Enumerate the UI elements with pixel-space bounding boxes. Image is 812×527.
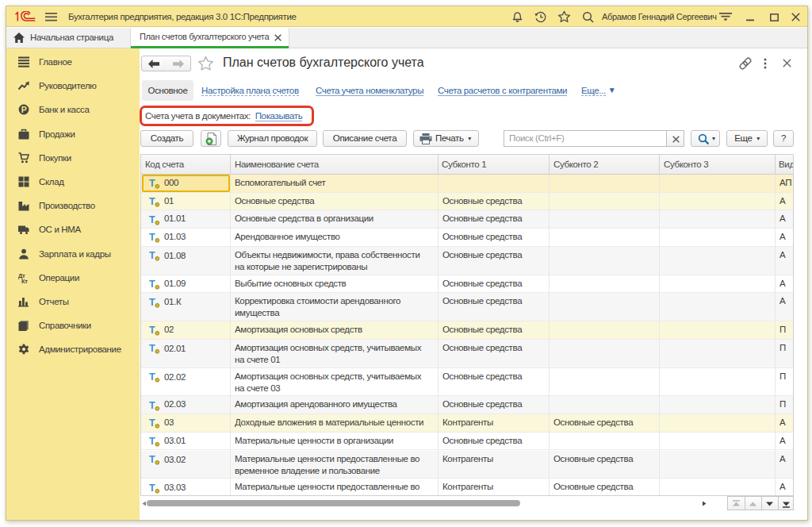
svg-text:Т: Т	[149, 343, 155, 354]
svg-text:Т: Т	[149, 436, 155, 447]
svg-text:Т: Т	[149, 371, 155, 383]
svg-text:Т: Т	[149, 196, 155, 207]
svg-text:Т: Т	[149, 250, 155, 261]
svg-text:P: P	[21, 105, 27, 114]
svg-text:Т: Т	[149, 278, 155, 289]
svg-text:Т: Т	[149, 399, 155, 410]
svg-text:Т: Т	[149, 213, 155, 225]
svg-text:Т: Т	[149, 482, 155, 493]
svg-text:Т: Т	[149, 232, 155, 243]
svg-text:Т: Т	[149, 454, 155, 465]
svg-text:Кт: Кт	[21, 278, 28, 283]
svg-text:Т: Т	[149, 296, 155, 307]
svg-text:Т: Т	[149, 178, 155, 189]
svg-text:Т: Т	[149, 417, 155, 429]
svg-text:Т: Т	[149, 325, 155, 336]
